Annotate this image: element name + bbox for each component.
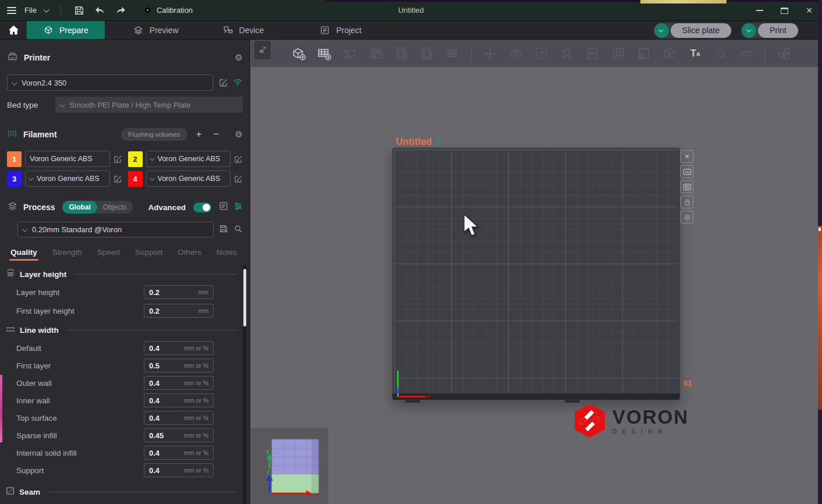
process-preset-select[interactable]: 0.20mm Standard @Voron (17, 222, 214, 237)
lay-on-face-icon[interactable] (557, 42, 577, 65)
filament-color-badge[interactable]: 3 (7, 171, 22, 187)
parameter-list-icon[interactable] (219, 201, 228, 213)
printer-select[interactable]: Voron2.4 350 (7, 74, 213, 91)
tab-preview[interactable]: Preview (116, 21, 195, 39)
tab-others[interactable]: Others (178, 248, 201, 261)
print-button[interactable]: Print (741, 23, 799, 38)
calibration-button[interactable]: Calibration (143, 5, 193, 15)
plate-settings-button[interactable] (681, 180, 693, 193)
filament-edit-icon[interactable] (114, 175, 122, 183)
arrange-icon[interactable] (365, 42, 386, 65)
filament-select[interactable]: Voron Generic ABS (25, 171, 110, 187)
param-input[interactable]: 0.4mm or % (144, 376, 214, 390)
chevron-down-icon (59, 101, 65, 107)
maximize-button[interactable] (781, 8, 788, 14)
delete-plate-objects-button[interactable]: ✕ (681, 150, 693, 163)
add-filament-button[interactable]: + (193, 129, 205, 140)
build-plate[interactable]: VORON DESIGN (392, 147, 681, 400)
printer-edit-icon[interactable] (219, 78, 228, 87)
tab-notes[interactable]: Notes (217, 248, 237, 261)
tab-device[interactable]: Device (207, 21, 281, 39)
undo-button[interactable] (94, 4, 107, 17)
add-object-icon[interactable] (288, 42, 309, 65)
menu-icon[interactable] (7, 7, 16, 14)
tab-project[interactable]: Project (303, 21, 378, 39)
param-input[interactable]: 0.5mm or % (144, 359, 214, 372)
mesh-boolean-icon[interactable] (659, 42, 680, 65)
add-plate-icon[interactable] (314, 42, 335, 65)
voron-hexagon-icon (573, 403, 607, 439)
assembly-view-icon[interactable] (774, 42, 795, 65)
filament-select[interactable]: Voron Generic ABS (146, 171, 231, 187)
filament-edit-icon[interactable] (234, 175, 243, 183)
param-label: Support (16, 466, 144, 475)
auto-orient-plate-button[interactable] (681, 165, 693, 178)
tab-strength[interactable]: Strength (52, 248, 82, 261)
save-button[interactable] (73, 4, 86, 17)
variable-layer-icon[interactable] (442, 42, 463, 65)
scope-global-button[interactable]: Global (62, 201, 97, 214)
filament-gear-icon[interactable]: ⚙ (235, 129, 243, 140)
close-button[interactable]: ✕ (806, 6, 813, 15)
scope-objects-button[interactable]: Objects (97, 203, 133, 211)
split-parts-icon[interactable] (608, 42, 629, 65)
param-label: Sparse infill (16, 431, 144, 440)
paste-icon[interactable]: P (416, 42, 437, 65)
param-input[interactable]: 0.2 mm (144, 304, 214, 318)
param-input[interactable]: 0.45mm or % (144, 428, 214, 442)
lock-plate-button[interactable] (681, 196, 693, 208)
tab-speed[interactable]: Speed (97, 248, 120, 261)
redo-button[interactable] (115, 4, 127, 17)
filament-color-badge[interactable]: 2 (128, 151, 143, 167)
sidebar-scrollbar-thumb[interactable] (243, 269, 246, 326)
param-input[interactable]: 0.4mm or % (144, 411, 214, 425)
filament-color-badge[interactable]: 4 (128, 171, 143, 187)
wifi-icon[interactable] (233, 77, 243, 88)
printer-gear-icon[interactable]: ⚙ (235, 52, 243, 63)
copy-icon[interactable]: O (391, 42, 412, 65)
plate-more-settings-button[interactable]: ◎ (681, 211, 693, 223)
3d-viewport[interactable]: «» O P (251, 40, 822, 504)
split-objects-icon[interactable] (582, 42, 603, 65)
scale-icon[interactable] (531, 42, 552, 65)
tune-settings-icon[interactable] (233, 201, 243, 213)
auto-orient-icon[interactable] (339, 42, 360, 65)
bed-type-select[interactable]: Smooth PEI Plate / High Temp Plate (55, 97, 243, 113)
file-menu[interactable]: File (24, 6, 37, 15)
move-icon[interactable] (480, 42, 501, 65)
sidebar-collapse-button[interactable]: «» (254, 41, 271, 59)
text-tool-icon[interactable]: Ta (685, 42, 706, 65)
color-paint-icon[interactable] (710, 42, 731, 65)
flushing-volumes-button[interactable]: Flushing volumes (121, 128, 187, 141)
height-range-icon[interactable] (633, 42, 654, 65)
print-dropdown-icon[interactable] (742, 23, 756, 38)
rotate-icon[interactable] (505, 42, 526, 65)
measure-icon[interactable] (736, 42, 757, 65)
save-preset-icon[interactable] (219, 224, 228, 236)
param-input[interactable]: 0.2 mm (144, 285, 214, 299)
slice-plate-button[interactable]: Slice plate (654, 23, 732, 38)
remove-filament-button[interactable]: − (211, 129, 222, 140)
tab-quality[interactable]: Quality (10, 248, 37, 261)
filament-color-badge[interactable]: 1 (7, 151, 22, 167)
param-input[interactable]: 0.4mm or % (144, 393, 214, 407)
minimize-button[interactable] (756, 10, 763, 11)
orientation-gizmo[interactable]: y z x (251, 428, 328, 504)
filament-edit-icon[interactable] (114, 155, 122, 164)
plate-grid (394, 150, 678, 393)
search-preset-icon[interactable] (233, 224, 243, 236)
slice-dropdown-icon[interactable] (654, 23, 669, 38)
tab-prepare[interactable]: Prepare (27, 21, 105, 39)
plate-name[interactable]: Untitled (396, 137, 442, 147)
param-input[interactable]: 0.4mm or % (144, 446, 214, 460)
chevron-down-icon[interactable] (44, 7, 49, 13)
advanced-toggle[interactable] (193, 203, 211, 212)
home-button[interactable] (0, 21, 27, 39)
param-input[interactable]: 0.4mm or % (144, 463, 214, 477)
filament-select[interactable]: Voron Generic ABS (146, 151, 231, 167)
tab-support[interactable]: Support (135, 248, 162, 261)
param-input[interactable]: 0.4mm or % (144, 341, 214, 355)
filament-select[interactable]: Voron Generic ABS (25, 151, 110, 167)
filament-edit-icon[interactable] (234, 155, 243, 164)
param-label: Outer wall (16, 379, 144, 388)
